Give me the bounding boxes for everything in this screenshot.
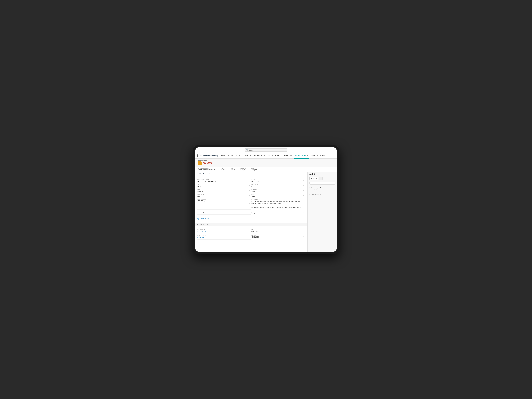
- label-kategorie: Kategorie: [251, 210, 304, 212]
- activity-more-button[interactable]: ▾: [319, 177, 323, 180]
- nav-label-calendar: Calendar: [310, 155, 317, 157]
- owner-name-link[interactable]: Christoph Ach: [200, 218, 209, 219]
- right-panel: Activity New Task ▾ ▾ Upcoming & Overdue…: [308, 172, 337, 252]
- detail-form: Gewerbefläche-Name Bürofläche Bernsaustr…: [195, 177, 308, 223]
- edit-icon[interactable]: ✏: [303, 195, 304, 196]
- nav-label-reports: Reports: [275, 155, 280, 157]
- nav-item-notes[interactable]: Notes ▾: [319, 153, 326, 158]
- edit-icon[interactable]: ✏: [303, 236, 304, 237]
- field-typ: Typ Büros ✏: [197, 183, 251, 188]
- activity-header: Activity: [308, 172, 337, 176]
- summary-field-status: Status Verfügbar: [251, 167, 257, 171]
- search-box[interactable]: 🔍: [245, 148, 287, 152]
- edit-icon[interactable]: ✏: [249, 230, 250, 232]
- record-id: 00005298: [203, 162, 212, 165]
- value-unternehmen[interactable]: Hochschule Harz: [197, 231, 209, 233]
- field-gewerbflache-name: Gewerbefläche-Name Bürofläche Bernsaustr…: [197, 178, 251, 183]
- label-unternehmen: Unternehmen: [197, 229, 250, 230]
- new-task-button[interactable]: New Task: [310, 177, 318, 180]
- search-input[interactable]: [249, 149, 286, 151]
- chevron-down-icon: ▾: [242, 155, 242, 156]
- record-id-row: T 00005298: [198, 161, 334, 165]
- edit-icon[interactable]: ✏: [303, 199, 304, 201]
- edit-icon[interactable]: ✏: [249, 185, 250, 186]
- nav-item-calendar[interactable]: Calendar ▾: [309, 153, 319, 158]
- nav-item-opportunities[interactable]: Opportunities ▾: [253, 153, 266, 158]
- miet-section-header[interactable]: ▾ Mietinformationen: [195, 223, 308, 227]
- grid-icon[interactable]: [197, 154, 199, 157]
- edit-icon[interactable]: ✏: [303, 211, 304, 213]
- chevron-down-icon: ▾: [264, 155, 265, 156]
- label-postleitzahl: Postleitzahl: [251, 189, 304, 190]
- miet-row-2: Kundenvorgang 00005298 Mietende 03.02.20…: [197, 234, 305, 240]
- chevron-down-icon: ▾: [252, 155, 252, 156]
- tabs-bar: Details Dokumente: [195, 172, 308, 177]
- value-mietende: 03.02.2023: [251, 236, 304, 238]
- tab-dokumente[interactable]: Dokumente: [207, 172, 219, 177]
- nav-label-leads: Leads: [228, 155, 232, 157]
- edit-icon[interactable]: ✏: [249, 195, 250, 196]
- value-details-objekt: Lage im Eingangsbereich der Fußgängerzon…: [251, 200, 303, 205]
- summary-label-status: Status: [251, 167, 257, 169]
- chevron-down-icon: ▾: [272, 155, 273, 156]
- nav-item-cases[interactable]: Cases ▾: [266, 153, 274, 158]
- form-row-5: Größenspektrum 150 - 300 qm ✏ Details zu…: [197, 198, 305, 210]
- nav-brand: Wirtschaftsförderung: [197, 154, 218, 157]
- field-mietstart: Mietstart 01.01.2022 ✏: [251, 228, 305, 234]
- upcoming-label[interactable]: ▾ Upcoming & Overdue: [310, 186, 335, 189]
- value-gewerbflache-name: Bürofläche Bernsaustraße 3: [197, 180, 250, 182]
- chevron-down-icon: ▾: [293, 155, 293, 156]
- edit-icon[interactable]: ✏: [249, 203, 250, 204]
- nav-label-notes: Notes: [320, 155, 324, 157]
- nav-item-accounts[interactable]: Accounts ▾: [244, 153, 253, 158]
- value-kundenvorgang[interactable]: 00005298: [197, 237, 204, 238]
- field-flachentyp: Flächentyp Gewerbefläche ✏: [197, 210, 251, 215]
- nav-item-dashboards[interactable]: Dashboards ▾: [283, 153, 294, 158]
- nav-label-cases: Cases: [267, 155, 272, 157]
- value-grosse: 250: [197, 195, 250, 197]
- owner-row: C Christoph Ach: [197, 217, 305, 220]
- form-row-2: Typ Büros ✏ Hausnummer 3 ✏: [197, 183, 305, 188]
- nav-label-contacts: Contacts: [235, 155, 241, 157]
- summary-label-kategorie: Kategorie: [241, 167, 246, 169]
- activity-search-input[interactable]: [310, 182, 335, 185]
- form-row-6: Flächentyp Gewerbefläche ✏ Kategorie Bel…: [197, 210, 305, 215]
- label-typ: Typ: [197, 184, 250, 185]
- edit-icon[interactable]: ✏: [303, 185, 304, 186]
- label-mietende: Mietende: [251, 234, 304, 236]
- main-content: Details Dokumente Gewerbefläche-Name Bür…: [195, 172, 337, 252]
- value-kategorie: Belegt: [251, 212, 304, 214]
- value-flachentyp: Gewerbefläche: [197, 212, 250, 214]
- nav-bar: Wirtschaftsförderung Home Leads ▾ Contac…: [195, 153, 337, 159]
- owner-avatar: C: [197, 218, 199, 220]
- nav-item-home[interactable]: Home: [220, 153, 227, 158]
- edit-icon[interactable]: ✏: [303, 190, 304, 191]
- label-details-objekt: Details zum Objekt: [251, 199, 303, 200]
- field-details-objekt: Details zum Objekt Lage im Eingangsberei…: [251, 198, 305, 210]
- label-strasse: Straße: [251, 179, 304, 180]
- value-details-extra: Fläche(n) verfügbar im 3. OG (Gesamt ca.…: [251, 206, 303, 209]
- edit-icon[interactable]: ✏: [249, 211, 250, 213]
- nav-item-reports[interactable]: Reports ▾: [274, 153, 283, 158]
- edit-icon[interactable]: ✏: [249, 190, 250, 191]
- activity-toolbar: New Task ▾: [308, 176, 337, 181]
- field-postleitzahl: Postleitzahl 42553 ✏: [251, 188, 305, 193]
- search-icon: 🔍: [246, 149, 248, 151]
- field-lage: Lage Neviges ✏: [197, 188, 251, 193]
- summary-value-name: Bürofläche Bernsaustraße 3: [198, 169, 216, 171]
- nav-item-gewerbflachen[interactable]: Gewerbeflächen ▾: [294, 153, 309, 158]
- nav-item-leads[interactable]: Leads ▾: [227, 153, 234, 158]
- page-header: Gewerbefläche T 00005298: [195, 159, 337, 167]
- field-kategorie: Kategorie Belegt ✏: [251, 210, 305, 215]
- label-hausnummer: Hausnummer: [251, 184, 304, 185]
- edit-icon[interactable]: ✏: [303, 230, 304, 232]
- brand-name: Wirtschaftsförderung: [200, 155, 218, 157]
- label-lage: Lage: [197, 189, 250, 190]
- tab-details[interactable]: Details: [197, 172, 207, 177]
- value-grossenspektrum: 150 - 300 qm: [197, 200, 250, 202]
- nav-item-contacts[interactable]: Contacts ▾: [234, 153, 244, 158]
- edit-icon[interactable]: ✏: [303, 180, 304, 181]
- tablet-frame: 🔍 Wirtschaftsförderung Home Leads ▾: [193, 145, 339, 254]
- summary-label-name: Gewerbefläche-Name: [198, 167, 216, 169]
- field-grosse: Größe (in qm) 250 ✏: [197, 193, 251, 198]
